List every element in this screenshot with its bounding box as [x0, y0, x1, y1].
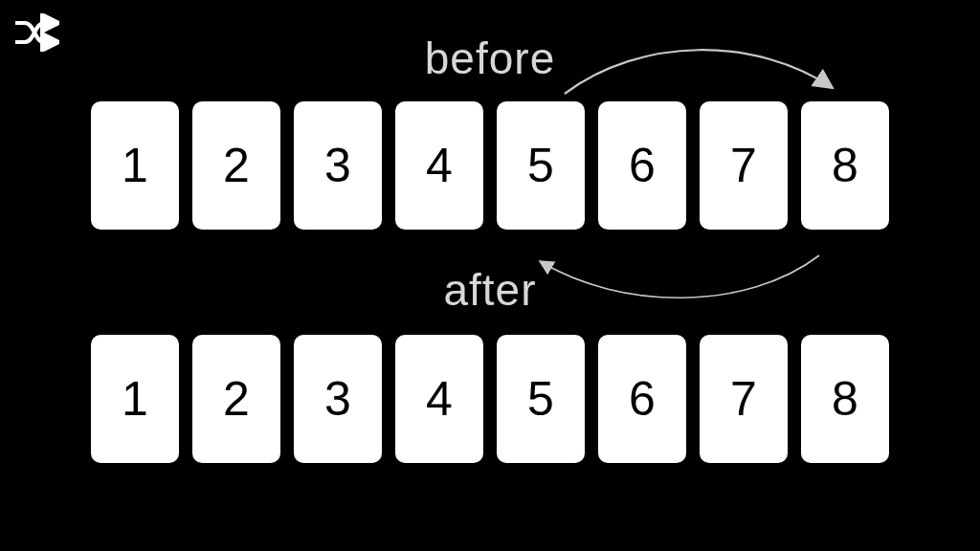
card-after-6: 6 [598, 335, 686, 463]
card-before-3: 3 [294, 101, 382, 230]
card-before-6: 6 [598, 101, 686, 230]
card-after-1: 1 [91, 335, 179, 463]
card-after-3: 3 [294, 335, 382, 463]
card-before-1: 1 [91, 101, 179, 230]
card-after-7: 7 [700, 335, 788, 463]
card-after-5: 5 [497, 335, 585, 463]
card-after-4: 4 [395, 335, 483, 463]
card-row-after: 1 2 3 4 5 6 7 8 [0, 335, 980, 463]
diagram-stage: before 1 2 3 4 5 6 7 8 after 1 2 3 [0, 0, 980, 551]
card-after-8: 8 [801, 335, 889, 463]
card-before-2: 2 [192, 101, 280, 230]
label-after: after [0, 264, 980, 316]
card-before-8: 8 [801, 101, 889, 230]
card-row-before: 1 2 3 4 5 6 7 8 [0, 101, 980, 230]
card-after-2: 2 [192, 335, 280, 463]
card-before-5: 5 [497, 101, 585, 230]
label-before: before [0, 33, 980, 84]
card-before-4: 4 [395, 101, 483, 230]
card-before-7: 7 [700, 101, 788, 230]
